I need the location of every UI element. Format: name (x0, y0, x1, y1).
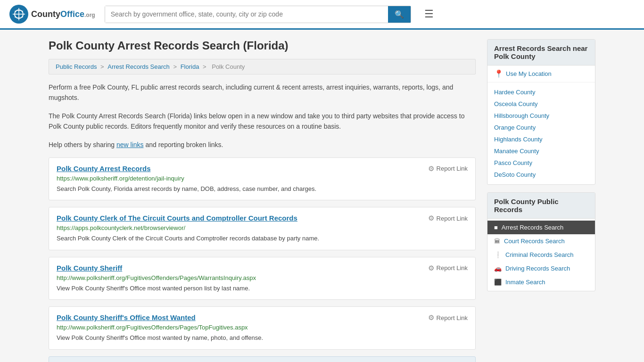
report-link[interactable]: ⚙ Report Link (428, 214, 468, 222)
record-card-header: Polk County Arrest Records ⚙ Report Link (57, 165, 468, 173)
public-record-item[interactable]: ■Arrest Records Search (487, 221, 595, 234)
sidebar: Arrest Records Search near Polk County 📍… (487, 39, 595, 362)
record-type-icon: ■ (494, 224, 498, 231)
search-input[interactable] (105, 6, 388, 23)
record-card: Polk County Sheriff's Office Most Wanted… (49, 306, 476, 350)
nearby-county-link[interactable]: Osceola County (494, 100, 538, 107)
record-type-label: Arrest Records Search (502, 224, 564, 231)
main-container: Polk County Arrest Records Search (Flori… (39, 30, 605, 362)
report-icon: ⚙ (428, 214, 434, 222)
record-card: Polk County Sheriff ⚙ Report Link http:/… (49, 257, 476, 300)
nearby-county-item: Manatee County (487, 145, 595, 157)
nearby-county-link[interactable]: Highlands County (494, 136, 543, 143)
report-link[interactable]: ⚙ Report Link (428, 165, 468, 173)
nearby-county-link[interactable]: Pasco County (494, 159, 532, 166)
logo-icon (9, 5, 28, 24)
description-1: Perform a free Polk County, FL public ar… (49, 82, 476, 103)
breadcrumb-sep-3: > (203, 63, 208, 70)
search-bar: 🔍 (105, 6, 411, 23)
record-type-link[interactable]: Driving Records Search (505, 265, 570, 272)
nearby-county-item: Highlands County (487, 133, 595, 145)
record-desc: Search Polk County, Florida arrest recor… (57, 184, 468, 194)
record-desc: View Polk County Sheriff's Office most w… (57, 333, 468, 343)
nearby-county-link[interactable]: Manatee County (494, 148, 539, 155)
nearby-county-link[interactable]: Orange County (494, 124, 536, 131)
nearby-county-item: DeSoto County (487, 169, 595, 181)
record-type-icon: 🏛 (494, 238, 500, 245)
record-desc: Search Polk County Clerk of the Circuit … (57, 234, 468, 243)
breadcrumb-polk-county: Polk County (212, 63, 245, 70)
report-icon: ⚙ (428, 264, 434, 272)
record-url[interactable]: http://www.polksheriff.org/FugitivesOffe… (57, 274, 468, 281)
record-card-header: Polk County Sheriff ⚙ Report Link (57, 264, 468, 272)
public-record-item[interactable]: ⬛Inmate Search (487, 275, 595, 289)
description-3: Help others by sharing new links and rep… (49, 140, 476, 150)
public-records-list: ■Arrest Records Search🏛Court Records Sea… (487, 219, 595, 291)
public-record-item[interactable]: ❕Criminal Records Search (487, 248, 595, 262)
record-card: Polk County Clerk of The Circuit Courts … (49, 207, 476, 250)
nearby-county-item: Osceola County (487, 98, 595, 110)
record-type-icon: ❕ (494, 251, 502, 258)
description-2: The Polk County Arrest Records Search (F… (49, 111, 476, 132)
record-url[interactable]: https://apps.polkcountyclerk.net/browser… (57, 224, 468, 231)
breadcrumb-florida[interactable]: Florida (181, 63, 199, 70)
breadcrumb-sep-1: > (100, 63, 106, 70)
breadcrumb: Public Records > Arrest Records Search >… (49, 59, 476, 74)
logo-text: CountyOffice.org (31, 9, 95, 19)
record-type-icon: 🚗 (494, 265, 502, 272)
report-icon: ⚙ (428, 313, 434, 322)
public-records-title: Polk County Public Records (487, 193, 595, 219)
nearby-county-item: Orange County (487, 122, 595, 133)
record-title[interactable]: Polk County Arrest Records (57, 165, 151, 173)
logo[interactable]: CountyOffice.org (9, 5, 95, 24)
record-title[interactable]: Polk County Sheriff (57, 264, 122, 272)
search-button[interactable]: 🔍 (388, 6, 411, 23)
breadcrumb-public-records[interactable]: Public Records (56, 63, 97, 70)
menu-button[interactable]: ☰ (421, 6, 438, 22)
record-url[interactable]: http://www.polksheriff.org/FugitivesOffe… (57, 324, 468, 331)
nearby-county-link[interactable]: DeSoto County (494, 171, 536, 178)
location-icon: 📍 (494, 69, 504, 78)
record-type-link[interactable]: Inmate Search (505, 279, 545, 286)
nearby-county-item: Hillsborough County (487, 110, 595, 122)
record-type-icon: ⬛ (494, 279, 502, 286)
nearby-section: Arrest Records Search near Polk County 📍… (487, 39, 595, 185)
site-header: CountyOffice.org 🔍 ☰ (0, 0, 644, 30)
nearby-county-link[interactable]: Hillsborough County (494, 112, 549, 119)
nearby-county-item: Hardee County (487, 86, 595, 98)
public-record-item[interactable]: 🏛Court Records Search (487, 234, 595, 248)
record-title[interactable]: Polk County Sheriff's Office Most Wanted (57, 313, 196, 321)
new-links-link[interactable]: new links (116, 141, 144, 148)
public-records-section: Polk County Public Records ■Arrest Recor… (487, 192, 595, 291)
record-url[interactable]: https://www.polksheriff.org/detention/ja… (57, 175, 468, 182)
page-title: Polk County Arrest Records Search (Flori… (49, 39, 476, 52)
nearby-title: Arrest Records Search near Polk County (487, 40, 595, 66)
find-section: Find Polk County Arrest Records Polk Cou… (49, 356, 476, 362)
record-card-header: Polk County Clerk of The Circuit Courts … (57, 214, 468, 222)
report-link[interactable]: ⚙ Report Link (428, 264, 468, 272)
nearby-county-list: Hardee CountyOsceola CountyHillsborough … (487, 82, 595, 184)
content-area: Polk County Arrest Records Search (Flori… (49, 39, 476, 362)
use-location-button[interactable]: 📍 Use My Location (487, 66, 595, 82)
breadcrumb-sep-2: > (173, 63, 178, 70)
record-card: Polk County Arrest Records ⚙ Report Link… (49, 157, 476, 201)
record-card-header: Polk County Sheriff's Office Most Wanted… (57, 313, 468, 322)
record-title[interactable]: Polk County Clerk of The Circuit Courts … (57, 214, 297, 222)
report-link[interactable]: ⚙ Report Link (428, 313, 468, 322)
record-type-link[interactable]: Criminal Records Search (505, 251, 574, 258)
nearby-county-item: Pasco County (487, 157, 595, 169)
public-record-item[interactable]: 🚗Driving Records Search (487, 262, 595, 275)
nearby-county-link[interactable]: Hardee County (494, 89, 535, 96)
record-desc: View Polk County Sheriff's Office most w… (57, 284, 468, 293)
record-cards: Polk County Arrest Records ⚙ Report Link… (49, 157, 476, 350)
breadcrumb-arrest-records[interactable]: Arrest Records Search (107, 63, 170, 70)
record-type-link[interactable]: Court Records Search (504, 238, 565, 245)
report-icon: ⚙ (428, 165, 434, 173)
